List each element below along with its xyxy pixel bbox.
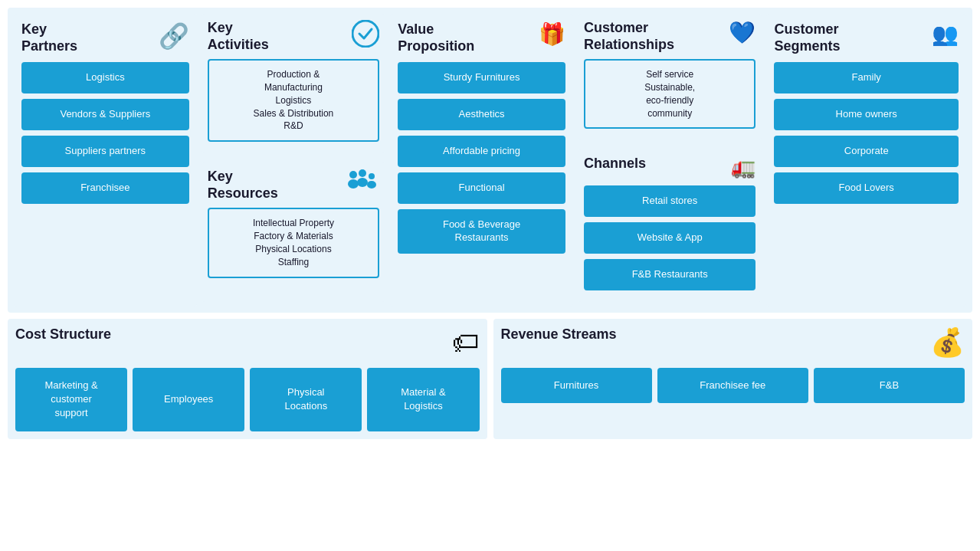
customer-relationships-panel: CustomerRelationships 💙 Self serviceSust…: [578, 14, 762, 140]
fb-restaurants-card: F&B Restaurants: [584, 259, 756, 290]
suppliers-partners-card: Suppliers partners: [21, 136, 189, 167]
cost-structure-panel: Cost Structure 🏷 Marketing &customersupp…: [8, 319, 487, 439]
revenue-streams-header: Revenue Streams 💰: [501, 326, 965, 359]
material-logistics-card: Material &Logistics: [367, 368, 479, 431]
top-section: KeyPartners 🔗 Logistics Vendors & Suppli…: [8, 8, 972, 313]
key-resources-card: Intellectual PropertyFactory & Materials…: [208, 208, 380, 277]
key-activities-card: Production &ManufacturingLogisticsSales …: [208, 59, 380, 142]
value-proposition-title: ValueProposition: [398, 21, 474, 54]
furnitures-revenue-card: Furnitures: [501, 368, 652, 403]
key-partners-title: KeyPartners: [21, 21, 77, 54]
checkmark-icon: [352, 20, 379, 53]
franchisee-card: Franchisee: [21, 172, 189, 204]
marketing-card: Marketing &customersupport: [15, 368, 127, 431]
family-card: Family: [774, 62, 959, 93]
key-partners-panel: KeyPartners 🔗 Logistics Vendors & Suppli…: [14, 14, 197, 307]
channels-panel: Channels 🚛 Retail stores Website & App F…: [578, 149, 762, 302]
channels-title: Channels: [584, 156, 646, 172]
logistics-card: Logistics: [21, 62, 189, 93]
people-icon: 👥: [932, 21, 959, 47]
functional-card: Functional: [398, 172, 565, 204]
bottom-section: Cost Structure 🏷 Marketing &customersupp…: [8, 319, 972, 439]
gift-icon: 🎁: [539, 21, 565, 47]
cost-structure-cards: Marketing &customersupport Employees Phy…: [15, 368, 480, 431]
aesthetics-card: Aesthetics: [398, 99, 565, 130]
retail-stores-card: Retail stores: [584, 185, 756, 217]
sturdy-furnitures-card: Sturdy Furnitures: [398, 62, 565, 93]
franchisee-fee-card: Franchisee fee: [657, 368, 808, 403]
key-activities-panel: KeyActivities Production &ManufacturingL…: [202, 14, 386, 153]
revenue-streams-cards: Furnitures Franchisee fee F&B: [501, 368, 965, 403]
key-activities-title: KeyActivities: [208, 20, 269, 53]
cr-channels-column: CustomerRelationships 💙 Self serviceSust…: [578, 14, 762, 307]
canvas: KeyPartners 🔗 Logistics Vendors & Suppli…: [8, 8, 972, 439]
channels-header: Channels 🚛: [584, 156, 756, 179]
truck-icon: 🚛: [731, 156, 755, 179]
tag-icon: 🏷: [452, 326, 480, 359]
svg-point-0: [352, 21, 379, 47]
corporate-card: Corporate: [774, 136, 959, 167]
activities-resources-column: KeyActivities Production &ManufacturingL…: [202, 14, 386, 307]
heart-icon: 💙: [729, 20, 755, 45]
cost-structure-header: Cost Structure 🏷: [15, 326, 480, 359]
key-partners-header: KeyPartners 🔗: [21, 21, 189, 54]
cr-header: CustomerRelationships 💙: [584, 20, 756, 53]
link-icon: 🔗: [159, 21, 189, 51]
key-resources-title: KeyResources: [208, 169, 278, 202]
svg-point-6: [367, 181, 376, 189]
cs-header: CustomerSegments 👥: [774, 21, 959, 54]
key-activities-header: KeyActivities: [208, 20, 380, 53]
affordable-pricing-card: Affordable pricing: [398, 136, 565, 167]
svg-point-5: [369, 173, 375, 179]
revenue-streams-title: Revenue Streams: [501, 326, 617, 343]
vendors-card: Vendors & Suppliers: [21, 99, 189, 130]
svg-point-4: [357, 178, 368, 187]
money-bag-icon: 💰: [930, 326, 965, 359]
key-resources-panel: KeyResources Intell: [202, 162, 386, 302]
cr-title: CustomerRelationships: [584, 20, 674, 53]
cs-title: CustomerSegments: [774, 21, 840, 54]
svg-point-2: [348, 179, 359, 189]
website-app-card: Website & App: [584, 222, 756, 254]
fb-revenue-card: F&B: [814, 368, 965, 403]
cost-structure-title: Cost Structure: [15, 326, 111, 343]
physical-locations-card: PhysicalLocations: [250, 368, 362, 431]
value-proposition-panel: ValueProposition 🎁 Sturdy Furnitures Aes…: [390, 14, 573, 307]
svg-point-1: [349, 171, 357, 179]
value-proposition-header: ValueProposition 🎁: [398, 21, 565, 54]
customer-segments-panel: CustomerSegments 👥 Family Home owners Co…: [766, 14, 966, 307]
food-lovers-card: Food Lovers: [774, 172, 959, 204]
food-beverage-card: Food & BeverageRestaurants: [398, 209, 565, 254]
revenue-streams-panel: Revenue Streams 💰 Furnitures Franchisee …: [493, 319, 973, 439]
svg-point-3: [359, 169, 366, 177]
key-resources-header: KeyResources: [208, 169, 380, 202]
factory-icon: [346, 169, 379, 202]
home-owners-card: Home owners: [774, 99, 959, 130]
employees-card: Employees: [133, 368, 244, 431]
cr-card: Self serviceSustainable,eco-friendlycomm…: [584, 59, 756, 129]
